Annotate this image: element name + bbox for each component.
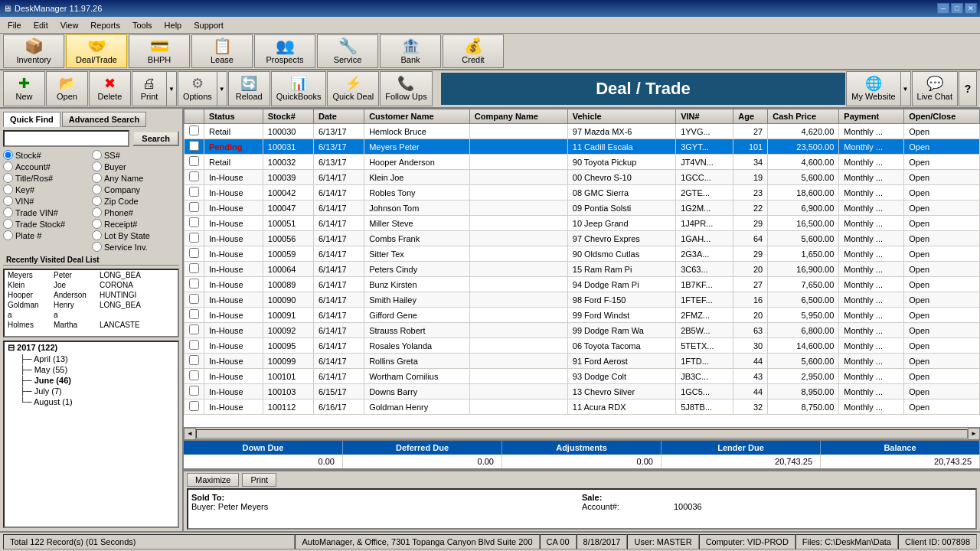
detail-print-button[interactable]: Print: [242, 473, 276, 487]
row-checkbox[interactable]: [185, 124, 204, 139]
table-row[interactable]: In-House 100047 6/14/17 Johnson Tom 09 P…: [185, 201, 980, 216]
scroll-track[interactable]: [196, 429, 968, 439]
row-checkbox[interactable]: [185, 292, 204, 308]
table-row[interactable]: In-House 100039 6/14/17 Klein Joe 00 Che…: [185, 170, 980, 185]
print-arrow[interactable]: ▼: [167, 71, 177, 106]
row-checkbox[interactable]: [185, 323, 204, 338]
row-checkbox[interactable]: [185, 139, 204, 155]
col-age[interactable]: Age: [733, 109, 768, 124]
col-payment[interactable]: Payment: [839, 109, 904, 124]
table-row[interactable]: Retail 100032 6/13/17 Hooper Anderson 90…: [185, 155, 980, 170]
recent-item-goldman[interactable]: GoldmanHenryLONG_BEA: [5, 300, 178, 310]
followups-button[interactable]: 📞 Follow Ups: [380, 71, 432, 106]
maximize-button[interactable]: □: [951, 3, 963, 14]
nav-bank[interactable]: 🏦 Bank: [380, 34, 441, 68]
table-row[interactable]: Retail 100030 6/13/17 Hemlock Bruce 97 M…: [185, 124, 980, 139]
radio-serviceinv[interactable]: Service Inv.: [92, 242, 179, 252]
radio-vin[interactable]: VIN#: [3, 196, 90, 206]
radio-lotbystate[interactable]: Lot By State: [92, 230, 179, 240]
row-checkbox[interactable]: [185, 262, 204, 277]
table-row[interactable]: In-House 100064 6/14/17 Peters Cindy 15 …: [185, 262, 980, 277]
recent-item-a[interactable]: aa: [5, 310, 178, 320]
tree-july[interactable]: ├─ July (7): [5, 386, 178, 396]
radio-account[interactable]: Account#: [3, 161, 90, 171]
row-checkbox[interactable]: [185, 338, 204, 354]
tab-quickfind[interactable]: Quick Find: [3, 112, 60, 127]
delete-button[interactable]: ✖ Delete: [89, 71, 131, 106]
deal-table-container[interactable]: Status Stock# Date Customer Name Company…: [184, 109, 980, 427]
menu-help[interactable]: Help: [158, 19, 188, 31]
table-row[interactable]: In-House 100091 6/14/17 Gifford Gene 99 …: [185, 308, 980, 323]
row-checkbox[interactable]: [185, 216, 204, 231]
radio-ss[interactable]: SS#: [92, 150, 179, 160]
quickdeal-button[interactable]: ⚡ Quick Deal: [327, 71, 379, 106]
table-row[interactable]: In-House 100042 6/14/17 Robles Tony 08 G…: [185, 185, 980, 201]
col-cashprice[interactable]: Cash Price: [768, 109, 839, 124]
row-checkbox[interactable]: [185, 201, 204, 216]
close-button[interactable]: ✕: [965, 3, 977, 14]
nav-service[interactable]: 🔧 Service: [317, 34, 378, 68]
tree-2017[interactable]: ⊟ 2017 (122): [5, 342, 178, 354]
horizontal-scrollbar[interactable]: ◄ ►: [184, 427, 980, 439]
tree-april[interactable]: ├─ April (13): [5, 354, 178, 364]
tab-advanced-search[interactable]: Advanced Search: [62, 112, 146, 127]
radio-tradestock[interactable]: Trade Stock#: [3, 219, 90, 229]
col-company[interactable]: Company Name: [469, 109, 567, 124]
new-button[interactable]: ✚ New: [3, 71, 45, 106]
quickbooks-button[interactable]: 📊 QuickBooks: [271, 71, 327, 106]
row-checkbox[interactable]: [185, 384, 204, 399]
options-button[interactable]: ⚙ Options: [178, 71, 217, 106]
row-checkbox[interactable]: [185, 308, 204, 323]
print-button[interactable]: 🖨 Print: [132, 71, 167, 106]
menu-reports[interactable]: Reports: [84, 19, 126, 31]
tree-may[interactable]: ├─ May (55): [5, 364, 178, 375]
nav-inventory[interactable]: 📦 Inventory: [3, 34, 64, 68]
reload-button[interactable]: 🔄 Reload: [228, 71, 270, 106]
radio-stock[interactable]: Stock#: [3, 150, 90, 160]
livechat-button[interactable]: 💬 Live Chat: [912, 71, 958, 106]
col-openclose[interactable]: Open/Close: [904, 109, 980, 124]
radio-receipt[interactable]: Receipt#: [92, 219, 179, 229]
row-checkbox[interactable]: [185, 246, 204, 262]
mywebsite-button[interactable]: 🌐 My Website: [846, 71, 900, 106]
row-checkbox[interactable]: [185, 231, 204, 246]
recent-item-holmes[interactable]: HolmesMarthaLANCASTE: [5, 320, 178, 330]
scroll-right-arrow[interactable]: ►: [968, 428, 980, 440]
open-button[interactable]: 📂 Open: [46, 71, 88, 106]
col-stock[interactable]: Stock#: [263, 109, 313, 124]
table-row[interactable]: In-House 100056 6/14/17 Combs Frank 97 C…: [185, 231, 980, 246]
row-checkbox[interactable]: [185, 399, 204, 415]
table-row[interactable]: In-House 100059 6/14/17 Sitter Tex 90 Ol…: [185, 246, 980, 262]
col-vin[interactable]: VIN#: [676, 109, 733, 124]
tree-june[interactable]: ├─ June (46): [5, 375, 178, 386]
search-input[interactable]: [3, 130, 129, 147]
radio-zip[interactable]: Zip Code: [92, 196, 179, 206]
row-checkbox[interactable]: [185, 185, 204, 201]
radio-anyname[interactable]: Any Name: [92, 173, 179, 183]
table-row[interactable]: In-House 100092 6/14/17 Strauss Robert 9…: [185, 323, 980, 338]
options-arrow[interactable]: ▼: [217, 71, 227, 106]
radio-phone[interactable]: Phone#: [92, 207, 179, 217]
tree-august[interactable]: └─ August (1): [5, 396, 178, 407]
col-checkbox[interactable]: [185, 109, 204, 124]
menu-view[interactable]: View: [54, 19, 85, 31]
website-arrow[interactable]: ▼: [901, 71, 911, 106]
help-button[interactable]: ?: [959, 71, 977, 106]
row-checkbox[interactable]: [185, 369, 204, 384]
table-row[interactable]: Pending 100031 6/13/17 Meyers Peter 11 C…: [185, 139, 980, 155]
nav-dealtrade[interactable]: 🤝 Deal/Trade: [66, 34, 127, 68]
radio-key[interactable]: Key#: [3, 184, 90, 194]
menu-edit[interactable]: Edit: [28, 19, 54, 31]
row-checkbox[interactable]: [185, 170, 204, 185]
table-row[interactable]: In-House 100095 6/14/17 Rosales Yolanda …: [185, 338, 980, 354]
table-row[interactable]: In-House 100090 6/14/17 Smith Hailey 98 …: [185, 292, 980, 308]
table-row[interactable]: In-House 100112 6/16/17 Goldman Henry 11…: [185, 399, 980, 415]
radio-title[interactable]: Title/Ros#: [3, 173, 90, 183]
row-checkbox[interactable]: [185, 354, 204, 369]
recent-item-meyers[interactable]: MeyersPeterLONG_BEA: [5, 270, 178, 280]
maximize-button[interactable]: Maximize: [187, 473, 239, 487]
row-checkbox[interactable]: [185, 277, 204, 292]
radio-buyer[interactable]: Buyer: [92, 161, 179, 171]
table-row[interactable]: In-House 100103 6/15/17 Downs Barry 13 C…: [185, 384, 980, 399]
recent-item-klein[interactable]: KleinJoeCORONA: [5, 280, 178, 290]
